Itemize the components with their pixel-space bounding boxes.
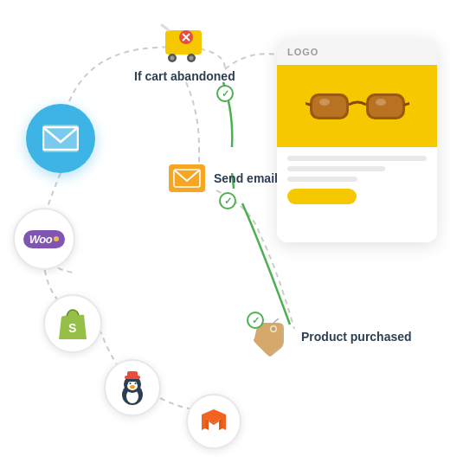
cart-label: If cart abandoned	[134, 69, 235, 83]
svg-point-30	[130, 383, 132, 384]
svg-point-17	[376, 99, 386, 106]
woocommerce-node: Woo	[13, 208, 75, 270]
svg-rect-13	[369, 96, 402, 117]
cart-svg	[158, 22, 210, 69]
check-product	[247, 312, 264, 329]
check-cart	[216, 85, 234, 102]
svg-text:S: S	[68, 321, 76, 335]
envelope-svg	[42, 125, 79, 152]
main-scene: If cart abandoned LOGO	[0, 0, 476, 476]
cart-node: If cart abandoned	[134, 22, 235, 83]
magento-node	[186, 394, 241, 449]
product-node: Product purchased	[251, 316, 412, 357]
svg-point-32	[130, 385, 135, 389]
send-email-label: Send email	[214, 171, 278, 185]
card-text-line-1	[287, 156, 427, 161]
product-label: Product purchased	[301, 330, 412, 344]
woo-label: Woo	[29, 233, 52, 246]
check-email	[219, 192, 236, 209]
svg-point-9	[190, 56, 194, 61]
card-logo-text: LOGO	[287, 47, 318, 57]
woo-dot	[54, 236, 59, 241]
card-logo-bar: LOGO	[277, 39, 437, 65]
shopify-node: S	[43, 294, 102, 353]
glasses-svg	[306, 80, 409, 132]
send-email-icon	[169, 164, 205, 192]
svg-line-22	[273, 318, 279, 323]
card-body	[277, 147, 437, 213]
shopify-svg: S	[56, 306, 89, 341]
card-text-line-3	[287, 177, 357, 182]
svg-rect-0	[42, 125, 79, 152]
svg-rect-18	[173, 168, 201, 189]
card-image-area	[277, 65, 437, 147]
mascot-node	[104, 359, 161, 416]
svg-line-14	[306, 102, 310, 105]
magento-svg	[198, 406, 229, 437]
send-email-node: Send email	[169, 164, 278, 192]
woo-badge: Woo	[23, 230, 65, 248]
svg-point-7	[170, 56, 175, 61]
svg-rect-34	[127, 371, 138, 377]
svg-rect-11	[312, 96, 346, 117]
send-envelope-svg	[173, 168, 201, 189]
email-main-icon	[26, 104, 95, 173]
cart-icon-wrap	[158, 22, 210, 69]
svg-point-31	[135, 383, 137, 384]
svg-point-16	[319, 99, 330, 106]
card-text-line-2	[287, 166, 385, 171]
svg-line-15	[405, 102, 409, 105]
svg-point-21	[272, 327, 276, 331]
card-cta-button	[287, 189, 357, 204]
mascot-svg	[113, 369, 151, 407]
email-preview-card: LOGO	[277, 39, 437, 242]
